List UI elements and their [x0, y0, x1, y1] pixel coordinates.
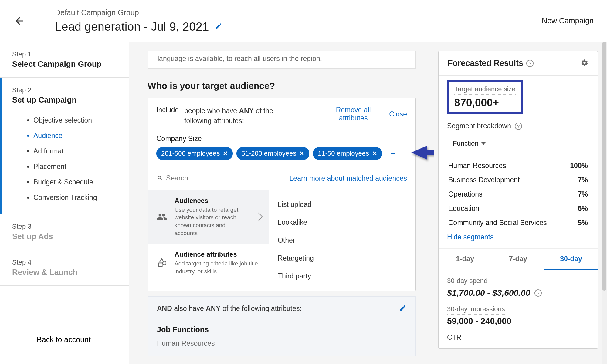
- remove-all-link[interactable]: Remove all attributes: [332, 106, 375, 122]
- annotation-arrow: [411, 146, 434, 167]
- sidebar-step-1[interactable]: Step 1 Select Campaign Group: [0, 42, 129, 78]
- category-desc: Use your data to retarget website visito…: [175, 206, 249, 237]
- sidebar-item-objective[interactable]: Objective selection: [33, 113, 117, 128]
- tab-30day[interactable]: 30-day: [544, 249, 598, 270]
- sidebar-item-conversion[interactable]: Conversion Tracking: [33, 190, 117, 205]
- search-input-wrapper[interactable]: [156, 173, 263, 184]
- category-title: Audiences: [175, 197, 249, 205]
- close-icon[interactable]: ✕: [299, 150, 304, 157]
- segment-row: Operations7%: [447, 187, 589, 201]
- scrollbar-thumb[interactable]: [602, 42, 606, 291]
- category-attributes[interactable]: Audience attributes Add targeting criter…: [148, 244, 269, 282]
- step-title: Select Campaign Group: [12, 59, 117, 69]
- audience-card: Include people who have ANY of the follo…: [148, 98, 416, 291]
- pencil-icon: [399, 305, 406, 312]
- main-panel: language is available, to reach all user…: [129, 42, 434, 364]
- forecast-metrics: 30-day spend $1,700.00 - $3,600.00 ? 30-…: [439, 270, 598, 348]
- title-block: Default Campaign Group Lead generation -…: [55, 8, 542, 33]
- arrow-left-icon: [14, 15, 25, 27]
- step-small-label: Step 3: [12, 223, 117, 231]
- close-link[interactable]: Close: [389, 110, 407, 118]
- help-icon[interactable]: ?: [526, 60, 534, 67]
- forecast-panel: Forecasted Results ? Target audience siz…: [434, 42, 607, 364]
- sub-option[interactable]: Other: [269, 231, 415, 249]
- company-size-label: Company Size: [156, 135, 407, 143]
- sub-option[interactable]: Lookalike: [269, 214, 415, 231]
- and-text: AND also have ANY of the following attri…: [157, 305, 399, 313]
- close-icon[interactable]: ✕: [372, 150, 377, 157]
- forecast-title: Forecasted Results: [448, 59, 523, 68]
- include-label: Include: [156, 106, 179, 114]
- sidebar-step-2[interactable]: Step 2 Set up Campaign Objective selecti…: [0, 78, 129, 214]
- segment-list: Human Resources100% Business Development…: [447, 159, 589, 230]
- tab-1day[interactable]: 1-day: [439, 249, 492, 270]
- sub-option[interactable]: Third party: [269, 267, 415, 285]
- scrollbar-track[interactable]: [602, 42, 607, 364]
- back-arrow-button[interactable]: [13, 15, 25, 27]
- sidebar-item-audience[interactable]: Audience: [33, 128, 117, 143]
- impressions-label: 30-day impressions: [447, 305, 505, 315]
- sidebar-item-ad-format[interactable]: Ad format: [33, 143, 117, 159]
- step-title: Set up Ads: [12, 232, 117, 241]
- job-functions-title: Job Functions: [157, 325, 406, 334]
- ctr-label: CTR: [447, 333, 589, 342]
- edit-and-button[interactable]: [399, 305, 406, 313]
- gear-icon: [581, 59, 588, 67]
- audience-size-highlight: Target audience size 870,000+: [447, 80, 523, 114]
- step-small-label: Step 1: [12, 50, 117, 58]
- new-campaign-link[interactable]: New Campaign: [542, 16, 594, 25]
- sidebar-substeps: Objective selection Audience Ad format P…: [12, 113, 117, 205]
- svg-rect-0: [423, 150, 434, 155]
- clipped-info-box: language is available, to reach all user…: [148, 51, 416, 69]
- audience-size-label: Target audience size: [454, 85, 516, 95]
- settings-button[interactable]: [581, 59, 588, 68]
- chip-company-size[interactable]: 51-200 employees✕: [236, 147, 309, 160]
- sub-option[interactable]: Retargeting: [269, 249, 415, 267]
- sidebar-step-3[interactable]: Step 3 Set up Ads: [0, 214, 129, 250]
- sidebar-item-budget[interactable]: Budget & Schedule: [33, 174, 117, 190]
- close-icon[interactable]: ✕: [223, 150, 228, 157]
- category-title: Audience attributes: [175, 251, 262, 258]
- chip-company-size[interactable]: 201-500 employees✕: [156, 147, 233, 160]
- step-title: Set up Campaign: [12, 95, 117, 105]
- step-small-label: Step 4: [12, 258, 117, 266]
- help-icon[interactable]: ?: [515, 123, 522, 130]
- help-icon[interactable]: ?: [534, 289, 542, 297]
- category-list: Audiences Use your data to retarget webs…: [148, 190, 269, 291]
- sub-option[interactable]: List upload: [269, 196, 415, 214]
- sidebar: Step 1 Select Campaign Group Step 2 Set …: [0, 42, 129, 364]
- sidebar-item-placement[interactable]: Placement: [33, 159, 117, 174]
- hide-segments-link[interactable]: Hide segments: [447, 233, 589, 241]
- function-dropdown[interactable]: Function: [447, 136, 491, 151]
- spend-label: 30-day spend: [447, 277, 487, 286]
- forecast-card: Forecasted Results ? Target audience siz…: [438, 51, 598, 349]
- search-input[interactable]: [166, 174, 262, 182]
- and-block: AND also have ANY of the following attri…: [148, 296, 416, 356]
- step-title: Review & Launch: [12, 268, 117, 277]
- audience-heading: Who is your target audience?: [148, 81, 416, 91]
- chip-company-size[interactable]: 11-50 employees✕: [313, 147, 382, 160]
- svg-marker-1: [411, 146, 427, 160]
- audience-size-value: 870,000+: [454, 96, 516, 109]
- edit-title-button[interactable]: [215, 22, 222, 31]
- top-bar: Default Campaign Group Lead generation -…: [0, 0, 607, 42]
- impressions-value: 59,000 - 240,000: [447, 316, 589, 326]
- chip-row: 201-500 employees✕ 51-200 employees✕ 11-…: [156, 147, 407, 160]
- pencil-icon: [215, 22, 222, 30]
- learn-more-link[interactable]: Learn more about matched audiences: [290, 174, 407, 183]
- tab-7day[interactable]: 7-day: [492, 249, 545, 270]
- vertical-divider: [40, 8, 40, 34]
- shapes-icon: [155, 256, 168, 270]
- chevron-down-icon: [481, 142, 486, 145]
- category-audiences[interactable]: Audiences Use your data to retarget webs…: [148, 190, 269, 244]
- job-functions-value: Human Resources: [157, 339, 406, 348]
- category-desc: Add targeting criteria like job title, i…: [175, 260, 262, 275]
- search-icon: [157, 175, 163, 181]
- spend-value: $1,700.00 - $3,600.00: [447, 288, 530, 298]
- sub-option-list: List upload Lookalike Other Retargeting …: [269, 190, 415, 291]
- back-to-account-button[interactable]: Back to account: [12, 330, 115, 349]
- people-icon: [155, 210, 168, 224]
- segment-row: Business Development7%: [447, 173, 589, 187]
- sidebar-step-4[interactable]: Step 4 Review & Launch: [0, 250, 129, 286]
- add-chip-button[interactable]: ＋: [386, 148, 400, 159]
